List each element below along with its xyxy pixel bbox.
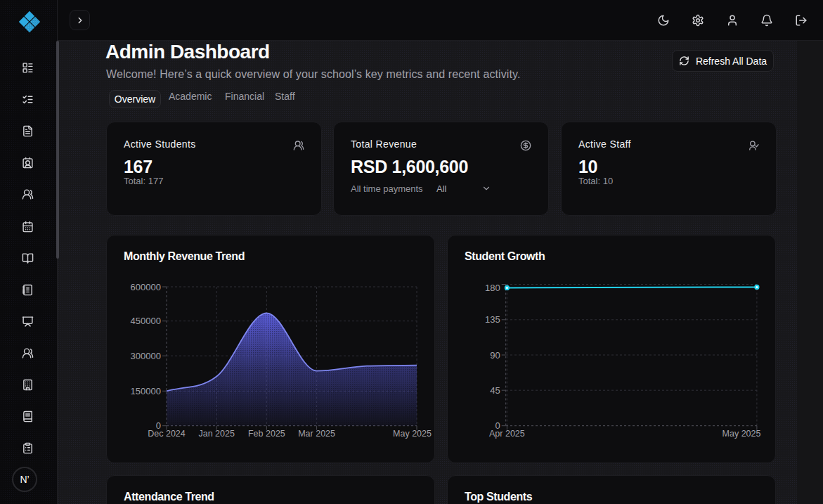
svg-text:600000: 600000 — [131, 282, 161, 292]
svg-text:Apr 2025: Apr 2025 — [489, 429, 525, 439]
svg-text:Feb 2025: Feb 2025 — [248, 429, 285, 439]
svg-text:May 2025: May 2025 — [393, 429, 432, 439]
svg-text:450000: 450000 — [131, 316, 161, 326]
svg-text:Jan 2025: Jan 2025 — [198, 429, 234, 439]
svg-text:May 2025: May 2025 — [722, 429, 761, 439]
svg-text:135: 135 — [485, 314, 500, 325]
svg-text:300000: 300000 — [131, 351, 161, 361]
svg-text:180: 180 — [485, 283, 500, 293]
svg-text:45: 45 — [490, 385, 500, 396]
svg-text:Mar 2025: Mar 2025 — [298, 429, 335, 439]
svg-text:Dec 2024: Dec 2024 — [148, 429, 186, 439]
svg-text:90: 90 — [490, 350, 500, 361]
svg-text:150000: 150000 — [131, 386, 161, 396]
